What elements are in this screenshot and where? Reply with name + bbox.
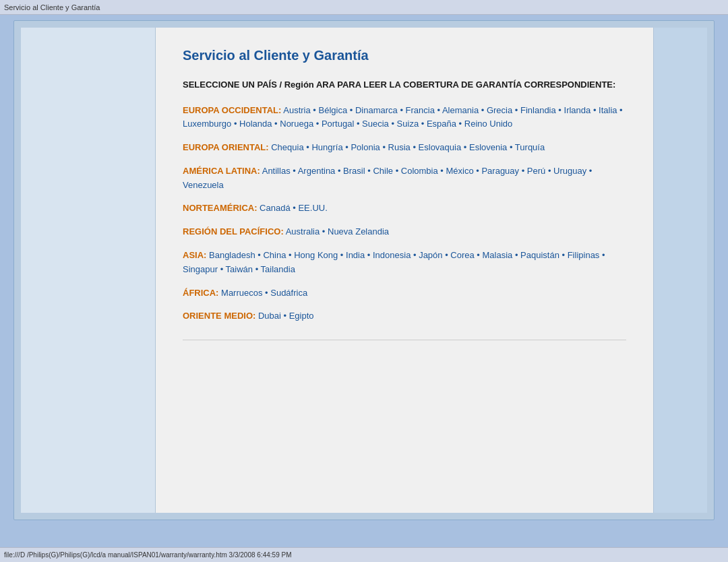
region-block: AMÉRICA LATINA: Antillas • Argentina • B… bbox=[183, 164, 626, 193]
region-block: ÁFRICA: Marruecos • Sudáfrica bbox=[183, 286, 626, 301]
region-label: ORIENTE MEDIO: bbox=[183, 311, 255, 321]
region-label: AMÉRICA LATINA: bbox=[183, 166, 260, 176]
region-content: Chequia • Hungría • Polonia • Rusia • Es… bbox=[269, 142, 545, 152]
sidebar-left bbox=[21, 28, 156, 513]
title-bar: Servicio al Cliente y Garantía bbox=[0, 0, 728, 15]
region-block: REGIÓN DEL PACÍFICO: Australia • Nueva Z… bbox=[183, 225, 626, 239]
region-block: EUROPA ORIENTAL: Chequia • Hungría • Pol… bbox=[183, 141, 626, 155]
region-label: ASIA: bbox=[183, 250, 206, 260]
region-content: Dubai • Egipto bbox=[255, 311, 313, 321]
region-content: Canadá • EE.UU. bbox=[257, 203, 328, 213]
intro-text: SELECCIONE UN PAÍS / Región ARA PARA LEE… bbox=[183, 78, 626, 92]
region-label: ÁFRICA: bbox=[183, 288, 218, 298]
region-block: NORTEAMÉRICA: Canadá • EE.UU. bbox=[183, 201, 626, 216]
status-bar-text: file:///D /Philips(G)/Philips(G)/lcd/a m… bbox=[4, 551, 291, 559]
region-block: EUROPA OCCIDENTAL: Austria • Bélgica • D… bbox=[183, 104, 626, 132]
region-label: EUROPA ORIENTAL: bbox=[183, 142, 269, 152]
region-label: EUROPA OCCIDENTAL: bbox=[183, 105, 281, 115]
inner-layout: Servicio al Cliente y Garantía SELECCION… bbox=[21, 28, 707, 513]
regions-container: EUROPA OCCIDENTAL: Austria • Bélgica • D… bbox=[183, 104, 626, 324]
region-label: NORTEAMÉRICA: bbox=[183, 203, 257, 213]
region-content: Marruecos • Sudáfrica bbox=[218, 288, 307, 298]
region-block: ORIENTE MEDIO: Dubai • Egipto bbox=[183, 309, 626, 323]
region-block: ASIA: Bangladesh • China • Hong Kong • I… bbox=[183, 249, 626, 277]
region-content: Bangladesh • China • Hong Kong • India •… bbox=[183, 250, 605, 274]
region-content: Australia • Nueva Zelandia bbox=[284, 226, 389, 237]
region-label: REGIÓN DEL PACÍFICO: bbox=[183, 226, 284, 237]
status-bar: file:///D /Philips(G)/Philips(G)/lcd/a m… bbox=[0, 547, 728, 562]
content-area: Servicio al Cliente y Garantía SELECCION… bbox=[156, 28, 653, 513]
page-title: Servicio al Cliente y Garantía bbox=[183, 48, 626, 63]
sidebar-right bbox=[653, 28, 707, 513]
title-bar-text: Servicio al Cliente y Garantía bbox=[4, 3, 100, 11]
outer-frame: Servicio al Cliente y Garantía SELECCION… bbox=[13, 20, 715, 520]
separator bbox=[183, 340, 626, 340]
